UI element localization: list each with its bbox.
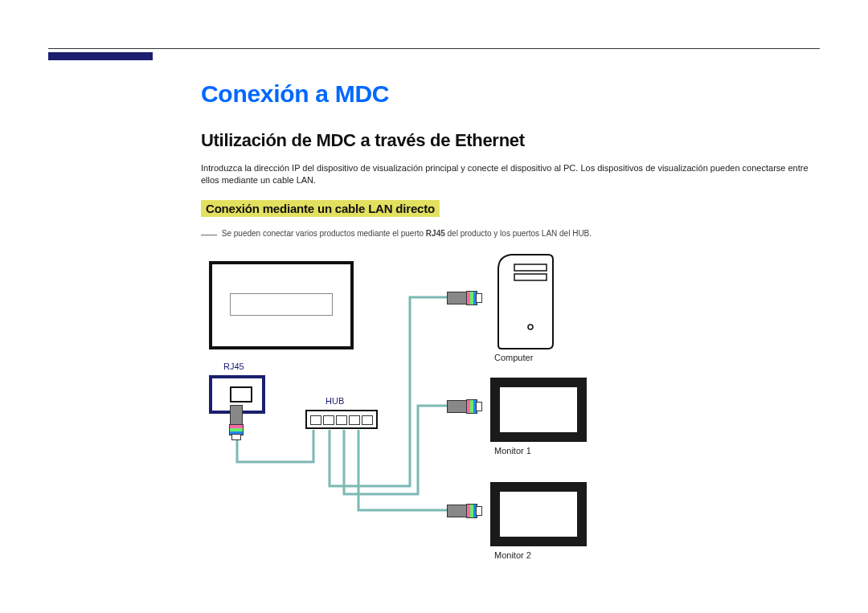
product-display-panel (230, 293, 333, 316)
note-text-post: del producto y los puertos LAN del HUB. (445, 229, 592, 238)
computer-label: Computer (494, 353, 533, 362)
hub-port-icon (310, 415, 321, 425)
page-title: Conexión a MDC (201, 80, 820, 108)
hub-port-icon (349, 415, 360, 425)
rj45-port-icon (230, 386, 252, 403)
rj45-connector-icon (447, 397, 482, 415)
note-line: ― Se pueden conectar varios productos me… (201, 225, 820, 243)
rj45-connector-icon (447, 288, 482, 306)
hub-icon (305, 410, 378, 429)
intro-paragraph: Introduzca la dirección IP del dispositi… (201, 162, 820, 187)
rj45-label: RJ45 (223, 362, 244, 371)
product-display-icon (209, 261, 354, 349)
rj45-connector-icon (447, 501, 482, 519)
monitor1-label: Monitor 1 (494, 446, 531, 456)
computer-tower-icon (490, 253, 563, 349)
monitor-icon (490, 378, 587, 442)
note-text-pre: Se pueden conectar varios productos medi… (222, 229, 426, 238)
content-area: Conexión a MDC Utilización de MDC a trav… (201, 80, 820, 591)
rj45-connector-icon (228, 405, 246, 440)
top-rule (48, 48, 820, 49)
page: Conexión a MDC Utilización de MDC a trav… (0, 0, 868, 613)
hub-port-icon (323, 415, 334, 425)
connection-diagram: RJ45 HUB (201, 253, 619, 591)
note-text-bold: RJ45 (426, 229, 445, 238)
hub-port-icon (336, 415, 347, 425)
hub-port-icon (362, 415, 373, 425)
side-color-bar (48, 52, 153, 60)
hub-label: HUB (326, 396, 344, 406)
monitor2-label: Monitor 2 (494, 550, 531, 560)
monitor-icon (490, 482, 587, 546)
section-heading: Utilización de MDC a través de Ethernet (201, 130, 820, 151)
note-dash-icon: ― (201, 225, 217, 243)
subsection-heading-highlight: Conexión mediante un cable LAN directo (201, 200, 440, 217)
